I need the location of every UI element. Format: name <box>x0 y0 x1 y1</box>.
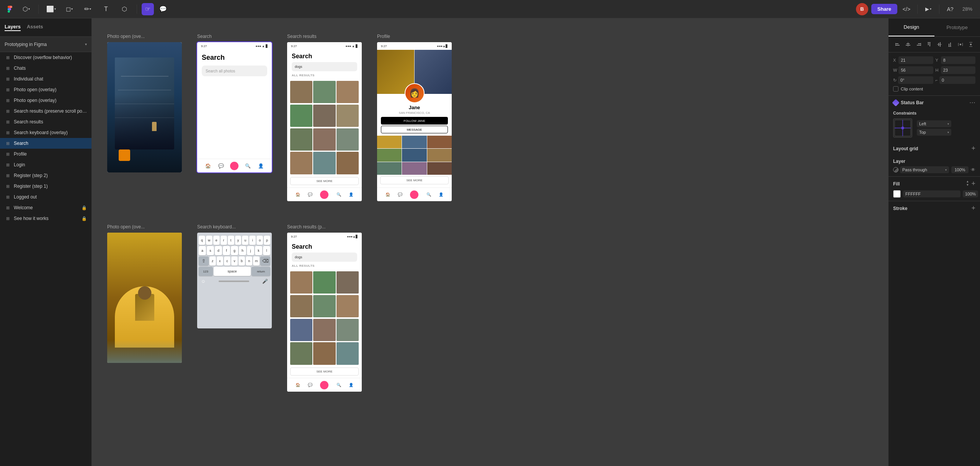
align-top-btn[interactable] <box>924 40 934 49</box>
frame-box-photo-open-2[interactable] <box>107 233 182 363</box>
grid-icon: ⊞ <box>5 183 11 189</box>
corner-radius-input[interactable] <box>939 76 975 84</box>
blend-mode-select[interactable]: Pass through ▾ <box>900 166 949 173</box>
frame-tool-btn[interactable]: ⬜▾ <box>45 3 57 15</box>
svg-rect-9 <box>928 42 931 43</box>
zoom-level[interactable]: 28% <box>959 6 975 12</box>
sidebar-item-search-keyboard[interactable]: ⊞ Search keyboard (overlay) <box>0 127 91 138</box>
constraint-h-select[interactable]: Left ▾ <box>917 120 951 127</box>
follow-btn[interactable]: FOLLOW JANE <box>381 117 448 125</box>
align-right-btn[interactable] <box>914 40 923 49</box>
frame-search-keyboard: Search keyboard... q w e r t y u <box>197 224 272 392</box>
fill-copy-btn[interactable]: ▲ ▼ <box>966 180 969 188</box>
fill-header: Fill ▲ ▼ + <box>893 180 975 188</box>
sidebar-item-discover[interactable]: ⊞ Discover (overflow behavior) <box>0 52 91 63</box>
frame-box-search-results[interactable]: 9:27 ●●● ▲ ▊ Search dogs <box>287 42 362 201</box>
status-bar-more-btn[interactable]: ⋯ <box>969 99 975 106</box>
sidebar-item-logged-out[interactable]: ⊞ Logged out <box>0 192 91 202</box>
frame-label-photo-open-2: Photo open (ove... <box>107 224 182 230</box>
clip-content-checkbox[interactable] <box>893 86 898 92</box>
frame-label-search-results-preserve: Search results (p... <box>287 224 362 230</box>
comment-tool-btn[interactable]: 💬 <box>157 3 169 15</box>
svg-rect-5 <box>906 45 910 46</box>
sidebar-project[interactable]: Prototyping in Figma ▾ <box>0 37 91 52</box>
sidebar-item-welcome[interactable]: ⊞ Welcome 🔒 <box>0 202 91 213</box>
tab-prototype[interactable]: Prototype <box>934 18 980 36</box>
lock-icon: 🔒 <box>82 205 87 210</box>
w-input[interactable] <box>898 66 933 74</box>
svg-rect-22 <box>969 46 972 47</box>
frame-box-search[interactable]: 9:27 ●●● ▲ ▊ Search Search all <box>197 42 272 172</box>
pen-tool-btn[interactable]: ✏▾ <box>82 3 94 15</box>
distribute-h-btn[interactable] <box>956 40 965 49</box>
separator-1 <box>38 5 39 14</box>
sidebar-item-search[interactable]: ⊞ Search <box>0 138 91 149</box>
move-tool-btn[interactable]: ⬡▾ <box>20 3 32 15</box>
share-button[interactable]: Share <box>871 4 897 14</box>
constraint-h-value: Left <box>919 121 926 126</box>
sidebar-item-see-how[interactable]: ⊞ See how it works 🔒 <box>0 213 91 224</box>
rotation-input[interactable] <box>898 76 933 84</box>
grid-icon: ⊞ <box>5 194 11 200</box>
layer-visibility-btn[interactable]: 👁 <box>971 167 975 172</box>
h-input[interactable] <box>941 66 975 74</box>
sidebar-item-profile[interactable]: ⊞ Profile <box>0 149 91 159</box>
sidebar-item-individual-chat[interactable]: ⊞ Individual chat <box>0 74 91 84</box>
svg-rect-2 <box>896 45 900 46</box>
opacity-input[interactable] <box>951 166 969 173</box>
frame-label-search-results: Search results <box>287 34 362 39</box>
fill-color-swatch[interactable] <box>893 190 901 198</box>
fill-hex-input[interactable] <box>903 190 960 197</box>
inspect-btn[interactable]: </> <box>900 3 913 15</box>
stroke-section: Stroke + <box>889 201 980 215</box>
sidebar-item-label: Login <box>14 162 87 167</box>
frame-photo-open-2: Photo open (ove... <box>107 224 182 392</box>
sidebar-item-register-1[interactable]: ⊞ Register (step 1) <box>0 181 91 192</box>
user-avatar[interactable]: B <box>856 3 868 15</box>
separator-3 <box>917 5 918 14</box>
fill-opacity-input[interactable] <box>963 190 978 197</box>
align-bottom-btn[interactable] <box>945 40 954 49</box>
sidebar-item-search-results[interactable]: ⊞ Search results <box>0 116 91 127</box>
text-tool-btn[interactable]: T <box>100 3 112 15</box>
align-center-h-btn[interactable] <box>903 40 913 49</box>
grid-icon: ⊞ <box>5 65 11 71</box>
align-center-v-btn[interactable] <box>935 40 944 49</box>
frames-grid: Photo open (ove... <box>107 34 873 392</box>
layout-grid-add-btn[interactable]: + <box>971 144 975 153</box>
canvas[interactable]: Photo open (ove... <box>92 18 888 466</box>
figma-logo[interactable] <box>5 4 15 15</box>
sidebar-item-login[interactable]: ⊞ Login <box>0 159 91 170</box>
sidebar-item-search-results-preserve[interactable]: ⊞ Search results (preserve scroll positi… <box>0 106 91 116</box>
constraint-v-select[interactable]: Top ▾ <box>917 129 951 136</box>
frame-box-profile[interactable]: 9:27 ●●●▲▊ 👩 <box>377 42 452 201</box>
svg-rect-19 <box>962 43 963 46</box>
hand-tool-btn[interactable]: ☞ <box>142 3 154 15</box>
sidebar-item-photo-open-2[interactable]: ⊞ Photo open (overlay) <box>0 95 91 106</box>
fill-add-btn[interactable]: + <box>971 180 975 188</box>
stroke-add-btn[interactable]: + <box>971 204 975 212</box>
accessibility-btn[interactable]: A? <box>944 3 956 15</box>
frame-box-photo-open-1[interactable] <box>107 42 182 172</box>
components-tool-btn[interactable]: ⬡ <box>118 3 131 15</box>
shape-tool-btn[interactable]: ◻▾ <box>63 3 75 15</box>
grid-icon: ⊞ <box>5 151 11 157</box>
frame-box-search-keyboard[interactable]: q w e r t y u i o p <box>197 233 272 328</box>
fill-label: Fill <box>893 181 900 187</box>
align-left-btn[interactable] <box>893 40 902 49</box>
sidebar-item-photo-open-1[interactable]: ⊞ Photo open (overlay) <box>0 84 91 95</box>
distribute-v-btn[interactable] <box>966 40 975 49</box>
tab-assets[interactable]: Assets <box>27 24 43 31</box>
lock-icon: 🔒 <box>82 216 87 221</box>
tab-design[interactable]: Design <box>889 18 934 36</box>
play-btn[interactable]: ▶ ▾ <box>922 3 934 15</box>
message-btn[interactable]: MESSAGE <box>381 126 448 133</box>
sidebar-item-register-2[interactable]: ⊞ Register (step 2) <box>0 170 91 181</box>
project-name: Prototyping in Figma <box>5 42 47 47</box>
tab-layers[interactable]: Layers <box>5 24 21 31</box>
y-input[interactable] <box>941 56 975 64</box>
sidebar-item-label: Register (step 2) <box>14 173 87 178</box>
sidebar-item-chats[interactable]: ⊞ Chats <box>0 63 91 74</box>
x-input[interactable] <box>898 56 933 64</box>
frame-box-search-results-preserve[interactable]: 9:27 ●●●▲▊ Search dogs ALL RESULTS <box>287 233 362 392</box>
